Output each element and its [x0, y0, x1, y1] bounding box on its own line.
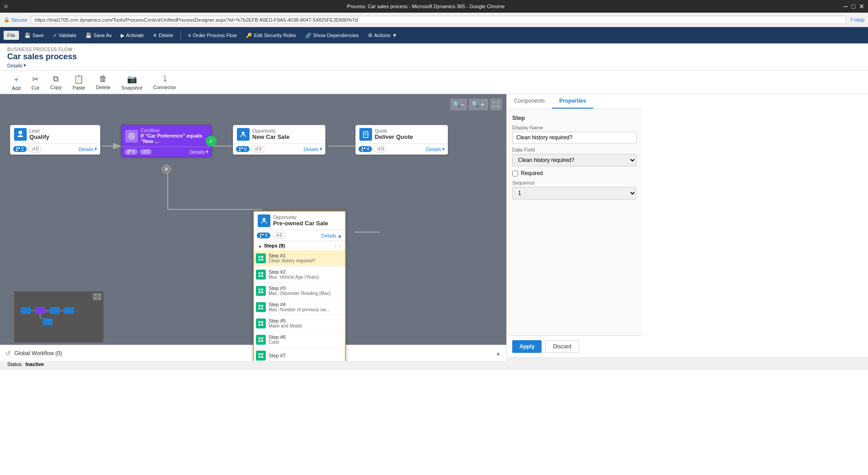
- svg-point-24: [263, 218, 265, 221]
- canvas-area[interactable]: 🔍− 🔍＋ ⛶: [0, 94, 506, 361]
- lead-details-button[interactable]: Details ▾: [78, 146, 97, 152]
- steps-sort-up-icon[interactable]: ↑: [335, 243, 337, 248]
- activate-button[interactable]: ▶ Activate: [117, 31, 147, 40]
- actions-chevron-icon: ▼: [392, 33, 397, 38]
- save-as-button[interactable]: 💾 Save As: [82, 31, 115, 40]
- step-item-6[interactable]: Step #6 Color: [254, 332, 345, 348]
- condition-close-button[interactable]: ✕: [162, 165, 171, 174]
- pre-owned-node[interactable]: Opportunity Pre-owned Car Sale 9 ↺ 0 Det…: [253, 211, 346, 361]
- svg-rect-8: [19, 147, 20, 149]
- actions-button[interactable]: ⚙ Actions ▼: [364, 31, 401, 40]
- condition-node-header: Condition If "Car Preference" equals "Ne…: [122, 125, 211, 147]
- cut-command-button[interactable]: ✂ Cut: [27, 72, 44, 92]
- page-title: Car sales process: [7, 52, 861, 62]
- sequence-select[interactable]: 1: [512, 187, 637, 200]
- zoom-out-button[interactable]: 🔍−: [450, 99, 467, 110]
- validate-icon: ✓: [53, 33, 57, 38]
- minimap-content: [14, 291, 104, 342]
- chevron-down-icon: ▾: [24, 62, 26, 68]
- condition-checkmark: ✓: [206, 136, 217, 147]
- opportunity-node-header: Opportunity New Car Sale: [233, 125, 325, 143]
- svg-rect-37: [261, 289, 263, 290]
- close-button[interactable]: ✕: [859, 3, 864, 10]
- browser-url-bar[interactable]: https://trial1705.crm.dynamics.com/Tools…: [31, 16, 846, 24]
- panel-body: Step Display Name Data Field Clean histo…: [507, 109, 642, 335]
- delete-icon: ✕: [153, 33, 157, 38]
- save-button[interactable]: 💾 Save: [21, 31, 47, 40]
- svg-point-14: [242, 132, 245, 134]
- validate-button[interactable]: ✓ Validate: [49, 31, 80, 40]
- pre-owned-node-header: Opportunity Pre-owned Car Sale: [254, 212, 345, 230]
- step-item-1[interactable]: Step #1 Clean history required?: [254, 250, 345, 266]
- canvas-controls: 🔍− 🔍＋ ⛶: [450, 99, 502, 110]
- pre-owned-details-button[interactable]: Details ▲: [321, 233, 342, 238]
- apply-button[interactable]: Apply: [512, 340, 542, 353]
- quote-details-button[interactable]: Details ▾: [426, 146, 445, 152]
- lead-flow-badge: ↺ 0: [28, 146, 42, 152]
- global-workflow-label: Global Workflow (0): [14, 350, 62, 356]
- svg-rect-49: [261, 337, 263, 339]
- minimize-button[interactable]: ─: [844, 3, 848, 10]
- svg-rect-16: [241, 147, 243, 149]
- quote-node-header: Quote Deliver Quote: [356, 125, 448, 143]
- step-item-2[interactable]: Step #2 Max. Vehicle Age (Years): [254, 266, 345, 283]
- steps-sort-controls[interactable]: ↑ ↓: [335, 243, 341, 248]
- quote-node[interactable]: Quote Deliver Quote 4 ↺ 0 Details ▾: [355, 125, 448, 155]
- steps-sort-down-icon[interactable]: ↓: [339, 243, 342, 248]
- display-name-input[interactable]: [512, 132, 637, 143]
- display-name-label: Display Name: [512, 125, 637, 130]
- discard-button[interactable]: Discard: [545, 340, 579, 353]
- browser-favicon: ⚙: [4, 4, 8, 10]
- condition-node[interactable]: Condition If "Car Preference" equals "Ne…: [121, 125, 212, 157]
- browser-help[interactable]: ? Help: [850, 17, 864, 23]
- svg-rect-7: [16, 147, 18, 149]
- details-link[interactable]: Details ▾: [7, 62, 861, 68]
- order-process-flow-button[interactable]: ≡ Order Process Flow: [184, 31, 241, 40]
- opportunity-chevron-icon: ▾: [320, 146, 322, 152]
- svg-rect-42: [259, 308, 260, 309]
- svg-rect-50: [259, 340, 260, 342]
- snapshot-command-button[interactable]: 📷 Snapshot: [117, 72, 146, 92]
- edit-security-roles-button[interactable]: 🔑 Edit Security Roles: [242, 31, 300, 40]
- opportunity-details-button[interactable]: Details ▾: [303, 146, 322, 152]
- svg-rect-35: [261, 275, 263, 277]
- connector-command-button[interactable]: ⤵ Connector: [149, 72, 181, 92]
- step-item-4[interactable]: Step #4 Max. Number of previous ow...: [254, 299, 345, 315]
- svg-rect-43: [261, 308, 263, 309]
- step-7-text: Step #7: [269, 353, 286, 358]
- minimap: ⛶: [14, 291, 104, 343]
- required-checkbox[interactable]: [512, 171, 518, 176]
- tab-properties[interactable]: Properties: [552, 94, 593, 109]
- delete-button[interactable]: ✕ Delete: [149, 31, 177, 40]
- zoom-in-button[interactable]: 🔍＋: [469, 99, 488, 110]
- browser-controls[interactable]: ─ □ ✕: [844, 3, 864, 10]
- maximize-button[interactable]: □: [852, 3, 855, 10]
- paste-command-button[interactable]: 📋 Paste: [68, 72, 90, 92]
- opportunity-node[interactable]: Opportunity New Car Sale 6 ↺ 0 Details ▾: [233, 125, 326, 155]
- step-item-5[interactable]: Step #5 Make and Model: [254, 315, 345, 332]
- add-command-button[interactable]: ＋ Add: [7, 72, 25, 93]
- command-bar: ＋ Add ✂ Cut ⧉ Copy 📋 Paste 🗑 Delete 📷 Sn…: [0, 71, 868, 94]
- lead-chevron-icon: ▾: [94, 146, 97, 152]
- step-item-3[interactable]: Step #3 Max. Odometer Reading (Max): [254, 283, 345, 299]
- pre-owned-node-text: Opportunity Pre-owned Car Sale: [273, 215, 328, 227]
- delete-command-button[interactable]: 🗑 Delete: [92, 72, 115, 92]
- panel-section-title: Step: [512, 114, 637, 121]
- copy-command-button[interactable]: ⧉ Copy: [46, 72, 66, 92]
- condition-flow-badge: ↺ 0: [140, 149, 152, 155]
- fit-button[interactable]: ⛶: [490, 99, 502, 110]
- file-button[interactable]: File: [4, 31, 19, 40]
- dependency-icon: 🔗: [305, 33, 311, 38]
- tab-components[interactable]: Components: [507, 94, 552, 109]
- lead-node[interactable]: Lead Qualify 2 ↺ 0 Details ▾: [10, 125, 100, 155]
- data-field-label: Data Field: [512, 147, 637, 152]
- paste-icon: 📋: [74, 74, 84, 84]
- actions-icon: ⚙: [368, 33, 373, 38]
- global-workflow-chevron-icon: ▲: [495, 350, 501, 356]
- data-field-select[interactable]: Clean history required?: [512, 154, 637, 166]
- step-4-text: Step #4 Max. Number of previous ow...: [269, 302, 330, 312]
- show-dependencies-button[interactable]: 🔗 Show Dependencies: [302, 31, 363, 40]
- svg-rect-41: [261, 305, 263, 307]
- condition-details-button[interactable]: Details ▾: [189, 149, 208, 155]
- step-item-7[interactable]: Step #7: [254, 348, 345, 361]
